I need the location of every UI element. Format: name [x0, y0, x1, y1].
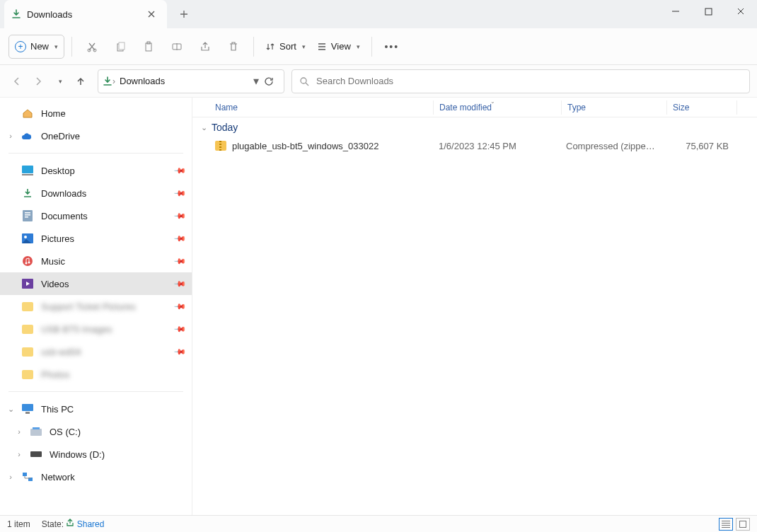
sidebar-item-music[interactable]: Music 📌	[0, 250, 192, 272]
refresh-button[interactable]	[264, 76, 279, 86]
drive-icon	[30, 425, 42, 438]
home-icon	[21, 107, 34, 120]
new-tab-button[interactable]	[173, 3, 195, 25]
column-date[interactable]: Date modified⌄	[434, 103, 561, 112]
pin-icon: 📌	[173, 163, 186, 177]
sidebar-item-folder-1[interactable]: Support Ticket Pictures 📌	[0, 295, 192, 318]
sidebar-item-label: Downloads	[41, 188, 86, 199]
file-type-cell: Compressed (zipped) F...	[560, 141, 665, 151]
paste-button[interactable]	[136, 35, 161, 59]
state-label: State: Shared	[42, 519, 105, 529]
chevron-right-icon[interactable]: ›	[6, 472, 16, 482]
svg-point-17	[23, 256, 33, 266]
chevron-down-icon: ▾	[357, 43, 360, 50]
download-icon	[103, 76, 112, 86]
sidebar-item-label: Videos	[41, 279, 69, 289]
sidebar-divider	[8, 153, 183, 154]
pin-icon: 📌	[173, 277, 186, 290]
tab-downloads[interactable]: Downloads	[4, 0, 167, 28]
column-type[interactable]: Type	[562, 103, 666, 112]
sidebar-item-videos[interactable]: Videos 📌	[0, 272, 192, 295]
share-button[interactable]	[192, 35, 218, 59]
chevron-right-icon[interactable]: ›	[6, 131, 16, 141]
minimize-button[interactable]	[659, 0, 692, 23]
svg-rect-24	[33, 427, 40, 429]
cut-button[interactable]	[79, 35, 105, 59]
desktop-icon	[21, 164, 34, 177]
sidebar-item-downloads[interactable]: Downloads 📌	[0, 182, 192, 204]
details-view-button[interactable]	[719, 518, 733, 531]
chevron-down-icon: ⌄	[201, 123, 207, 132]
sidebar-item-thispc[interactable]: ⌄ This PC	[0, 398, 192, 420]
sidebar-item-label: Home	[41, 108, 66, 119]
nav-forward-button[interactable]	[28, 71, 48, 91]
sidebar-item-drive-d[interactable]: › Windows (D:)	[0, 443, 192, 466]
pin-icon: 📌	[173, 231, 186, 245]
view-icon	[317, 42, 327, 52]
breadcrumb-downloads[interactable]: Downloads	[120, 76, 165, 86]
svg-rect-23	[30, 429, 42, 436]
chevron-right-icon[interactable]: ›	[14, 449, 24, 459]
svg-point-8	[301, 78, 306, 83]
column-name[interactable]: Name	[209, 103, 433, 112]
copy-button[interactable]	[108, 35, 133, 59]
sidebar-item-network[interactable]: › Network	[0, 466, 192, 488]
sidebar-item-label: This PC	[41, 404, 74, 415]
file-name-cell: plugable_usb-bt5_windows_033022	[209, 141, 433, 151]
toolbar-separator	[253, 37, 254, 57]
sidebar-item-pictures[interactable]: Pictures 📌	[0, 227, 192, 250]
sort-button[interactable]: Sort ▾	[261, 35, 310, 59]
search-icon	[299, 76, 309, 86]
new-label: New	[30, 41, 49, 52]
svg-rect-11	[23, 210, 33, 221]
view-button[interactable]: View ▾	[313, 35, 364, 59]
thumbnails-view-button[interactable]	[736, 518, 750, 531]
close-tab-icon[interactable]	[146, 8, 157, 20]
file-row[interactable]: plugable_usb-bt5_windows_033022 1/6/2023…	[192, 136, 757, 156]
group-today[interactable]: ⌄ Today	[192, 117, 757, 136]
chevron-down-icon: ▾	[54, 43, 58, 50]
search-box[interactable]	[291, 69, 750, 93]
chevron-right-icon[interactable]: ›	[14, 427, 24, 436]
new-button[interactable]: + New ▾	[8, 35, 64, 59]
column-size[interactable]: Size	[667, 103, 736, 112]
sidebar-item-documents[interactable]: Documents 📌	[0, 204, 192, 227]
sidebar-item-folder-4[interactable]: Photos	[0, 363, 192, 386]
search-input[interactable]	[316, 76, 742, 86]
nav-up-button[interactable]	[71, 71, 91, 91]
toolbar-separator	[371, 37, 372, 57]
chevron-down-icon[interactable]: ⌄	[6, 404, 16, 414]
sidebar-divider	[8, 391, 183, 392]
svg-rect-21	[22, 404, 33, 411]
svg-rect-26	[23, 473, 27, 476]
sidebar-item-drive-c[interactable]: › OS (C:)	[0, 420, 192, 443]
folder-icon	[21, 345, 34, 358]
download-icon	[21, 187, 34, 200]
nav-recent-button[interactable]: ▾	[50, 71, 69, 91]
network-icon	[21, 470, 34, 483]
sidebar-item-home[interactable]: Home	[0, 102, 192, 125]
pin-icon: 📌	[173, 209, 186, 222]
rename-button[interactable]	[164, 35, 190, 59]
column-headers: Name Date modified⌄ Type Size	[192, 98, 757, 117]
drive-icon	[30, 448, 42, 461]
delete-button[interactable]	[221, 35, 246, 59]
sidebar-item-folder-2[interactable]: USB BT5 Images 📌	[0, 318, 192, 340]
close-window-button[interactable]	[724, 0, 757, 23]
sidebar-item-label: OS (C:)	[50, 427, 81, 437]
shared-icon	[66, 519, 76, 529]
pictures-icon	[21, 232, 34, 245]
svg-rect-22	[25, 412, 30, 414]
sidebar-item-folder-3[interactable]: usb-wd04 📌	[0, 340, 192, 363]
address-bar[interactable]: › Downloads ▾	[98, 69, 284, 93]
sidebar-item-onedrive[interactable]: › OneDrive	[0, 125, 192, 147]
more-button[interactable]: •••	[379, 35, 405, 59]
nav-back-button[interactable]	[7, 71, 27, 91]
sidebar-item-label: Desktop	[41, 166, 75, 176]
sidebar-item-desktop[interactable]: Desktop 📌	[0, 159, 192, 182]
shared-text: Shared	[77, 519, 105, 529]
address-dropdown-button[interactable]: ▾	[248, 74, 264, 88]
svg-point-18	[25, 262, 28, 265]
group-label: Today	[212, 122, 238, 133]
maximize-button[interactable]	[692, 0, 724, 23]
